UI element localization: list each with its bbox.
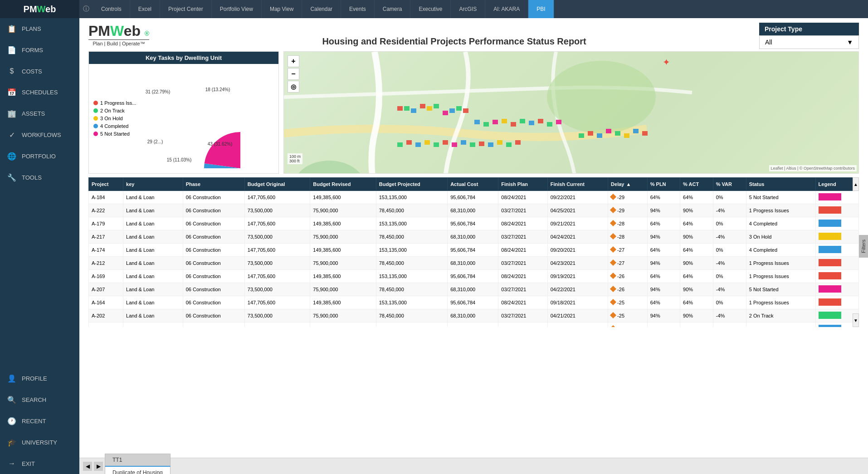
sidebar-item-schedules[interactable]: 📅SCHEDULES [0, 82, 79, 103]
charts-area: Key Tasks by Dwelling Unit 1 Progress Is… [79, 51, 868, 174]
nav-item-events[interactable]: Events [341, 0, 375, 18]
svg-rect-14 [434, 104, 439, 108]
table-cell: 09/18/2021 [547, 296, 608, 309]
workflows-icon: ✓ [7, 131, 16, 139]
svg-rect-13 [427, 106, 432, 111]
legend-dot-3 [93, 116, 98, 121]
table-row[interactable]: A-202Land & Loan06 Construction73,500,00… [89, 309, 859, 323]
search-icon: 🔍 [7, 396, 16, 404]
filter-value: All [765, 39, 772, 46]
table-cell: 08/24/2021 [498, 323, 547, 327]
bottom-tab-tt1[interactable]: TT1 [105, 454, 171, 466]
tools-icon: 🔧 [7, 173, 16, 182]
sidebar: 📋PLANS📄FORMS$COSTS📅SCHEDULES🏢ASSETS✓WORK… [0, 18, 79, 474]
sidebar-item-workflows[interactable]: ✓WORKFLOWS [0, 124, 79, 146]
info-icon[interactable]: ⓘ [79, 0, 93, 18]
map-roads-svg: ✦ [284, 52, 858, 173]
nav-item-camera[interactable]: Camera [375, 0, 411, 18]
pmweb-logo: PMWeb ® Plan | Build | Operate™ [88, 23, 149, 46]
nav-item-pbi[interactable]: PBI [528, 0, 554, 18]
table-cell: Land & Loan [123, 191, 183, 204]
svg-text:43 (31.62%): 43 (31.62%) [208, 142, 232, 147]
sidebar-item-plans[interactable]: 📋PLANS [0, 18, 79, 39]
table-row[interactable]: A-222Land & Loan06 Construction73,500,00… [89, 204, 859, 217]
sidebar-label-forms: FORMS [22, 47, 43, 54]
svg-rect-43 [579, 133, 584, 138]
zoom-in-button[interactable]: + [288, 55, 299, 67]
table-cell: 64% [647, 244, 680, 257]
col-header-status: Status [746, 178, 815, 191]
sidebar-item-profile[interactable]: 👤PROFILE [0, 368, 79, 389]
svg-point-8 [547, 61, 656, 133]
table-row[interactable]: A-169Land & Loan06 Construction147,705,6… [89, 270, 859, 283]
filters-tab[interactable]: Filters [859, 235, 868, 258]
tab-prev-button[interactable]: ◀ [83, 462, 92, 471]
table-row[interactable]: A-159Ready to Move06 Construction147,705… [89, 323, 859, 327]
table-cell: 68,310,000 [448, 309, 498, 323]
scroll-up-button[interactable]: ▲ [853, 177, 859, 191]
svg-rect-44 [588, 131, 593, 136]
table-row[interactable]: A-184Land & Loan06 Construction147,705,6… [89, 191, 859, 204]
table-cell: 04/22/2021 [547, 283, 608, 296]
table-cell: 08/24/2021 [498, 244, 547, 257]
sidebar-item-portfolio[interactable]: 🌐PORTFOLIO [0, 146, 79, 167]
table-cell: -27 [608, 244, 648, 257]
table-cell [815, 217, 858, 230]
table-row[interactable]: A-174Land & Loan06 Construction147,705,6… [89, 244, 859, 257]
table-row[interactable]: A-164Land & Loan06 Construction147,705,6… [89, 296, 859, 309]
table-cell: 68,310,000 [448, 283, 498, 296]
map-location-button[interactable]: ◎ [288, 81, 299, 93]
scroll-down-button[interactable]: ▼ [853, 313, 859, 327]
main-content: PMWeb ® Plan | Build | Operate™ Housing … [79, 18, 868, 474]
filter-select[interactable]: All ▼ [759, 35, 859, 49]
table-cell: 1 Progress Issues [746, 204, 815, 217]
nav-item-executive[interactable]: Executive [410, 0, 451, 18]
sidebar-item-forms[interactable]: 📄FORMS [0, 39, 79, 61]
sidebar-item-university[interactable]: 🎓UNIVERSITY [0, 432, 79, 453]
table-row[interactable]: A-207Land & Loan06 Construction73,500,00… [89, 283, 859, 296]
table-row[interactable]: A-212Land & Loan06 Construction73,500,00… [89, 257, 859, 270]
table-cell: 94% [647, 309, 680, 323]
assets-icon: 🏢 [7, 109, 16, 118]
svg-text:✦: ✦ [663, 57, 670, 67]
table-cell: 64% [647, 296, 680, 309]
nav-item-arcgis[interactable]: ArcGIS [451, 0, 485, 18]
sidebar-item-assets[interactable]: 🏢ASSETS [0, 103, 79, 124]
svg-point-0 [170, 98, 211, 139]
table-cell: -28 [608, 217, 648, 230]
table-cell: 09/19/2021 [547, 270, 608, 283]
sidebar-item-recent[interactable]: 🕐RECENT [0, 410, 79, 432]
table-scroll-area[interactable]: ProjectkeyPhaseBudget OriginalBudget Rev… [88, 177, 859, 327]
sidebar-label-search: SEARCH [22, 396, 46, 403]
table-cell: A-212 [89, 257, 123, 270]
table-cell: 68,310,000 [448, 230, 498, 244]
table-cell: -28 [608, 230, 648, 244]
zoom-out-button[interactable]: − [288, 68, 299, 80]
table-cell: A-207 [89, 283, 123, 296]
nav-item-project-center[interactable]: Project Center [160, 0, 212, 18]
sidebar-item-costs[interactable]: $COSTS [0, 61, 79, 82]
col-header-finish-plan: Finish Plan [498, 178, 547, 191]
nav-item-ai:-akara[interactable]: AI: AKARA [485, 0, 528, 18]
sidebar-item-search[interactable]: 🔍SEARCH [0, 389, 79, 410]
table-row[interactable]: A-179Land & Loan06 Construction147,705,6… [89, 217, 859, 230]
table-cell: 95,606,784 [448, 191, 498, 204]
table-cell: Land & Loan [123, 283, 183, 296]
svg-rect-37 [470, 142, 475, 147]
table-row[interactable]: A-217Land & Loan06 Construction73,500,00… [89, 230, 859, 244]
nav-item-portfolio-view[interactable]: Portfolio View [212, 0, 262, 18]
legend-item-1: 1 Progress Iss... [93, 100, 136, 106]
sidebar-item-tools[interactable]: 🔧TOOLS [0, 167, 79, 188]
logo-area: PMWeb [0, 0, 79, 18]
sidebar-item-exit[interactable]: →EXIT [0, 453, 79, 474]
nav-item-map-view[interactable]: Map View [262, 0, 302, 18]
svg-rect-27 [547, 122, 552, 127]
svg-rect-20 [483, 122, 489, 127]
bottom-tab-duplicate-of-housing[interactable]: Duplicate of Housing [105, 466, 171, 474]
nav-item-controls[interactable]: Controls [93, 0, 130, 18]
table-cell: 3 On Hold [746, 230, 815, 244]
map-section: ✦ + − ◎ 100 m 300 ft Leaflet | Altius | … [283, 51, 859, 174]
nav-item-excel[interactable]: Excel [130, 0, 160, 18]
nav-item-calendar[interactable]: Calendar [302, 0, 341, 18]
tab-next-button[interactable]: ▶ [94, 462, 103, 471]
